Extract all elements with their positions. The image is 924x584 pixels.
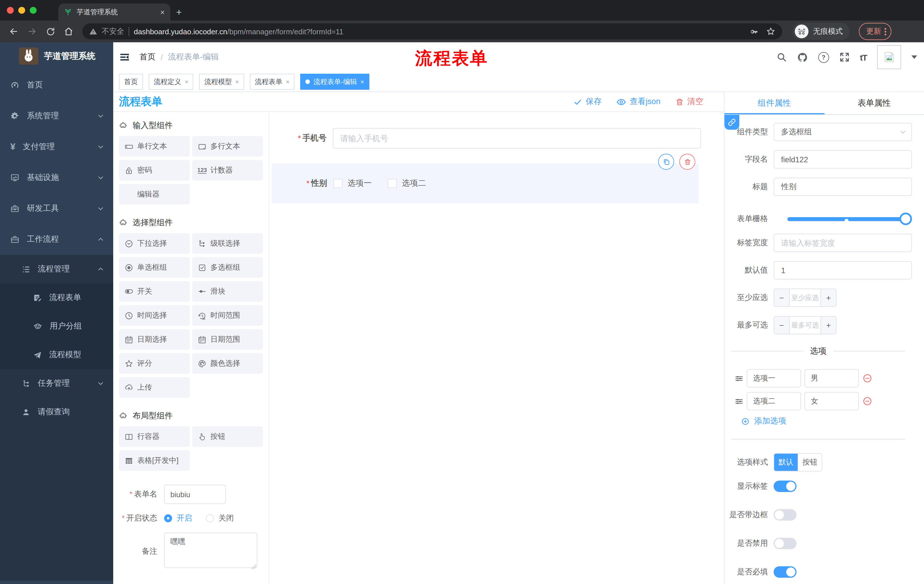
sidebar-item-system[interactable]: 系统管理 bbox=[0, 100, 113, 132]
sidebar-item-task-mgmt[interactable]: 任务管理 bbox=[0, 369, 113, 398]
drag-handle-icon[interactable] bbox=[735, 397, 743, 405]
slider-handle[interactable] bbox=[899, 212, 912, 225]
remove-option-icon[interactable] bbox=[862, 396, 873, 406]
stepper-increase-button[interactable]: + bbox=[820, 289, 836, 306]
link-icon[interactable] bbox=[724, 115, 739, 130]
checkbox-option-2[interactable]: 选项二 bbox=[388, 178, 426, 189]
title-input[interactable] bbox=[774, 178, 912, 196]
palette-item-editor[interactable]: 编辑器 bbox=[119, 184, 190, 204]
view-json-button[interactable]: 查看json bbox=[617, 97, 660, 107]
palette-item-password[interactable]: 密码 bbox=[119, 160, 190, 181]
palette-item-date-picker[interactable]: 日期选择 bbox=[119, 329, 190, 350]
sidebar-item-process-form[interactable]: 流程表单 bbox=[0, 283, 113, 312]
forward-icon[interactable] bbox=[24, 23, 40, 39]
tag-close-icon[interactable]: × bbox=[185, 78, 188, 85]
sidebar-item-leave-query[interactable]: 请假查询 bbox=[0, 398, 113, 426]
tab-close-icon[interactable]: × bbox=[160, 8, 165, 16]
browser-menu-icon[interactable] bbox=[884, 28, 886, 35]
palette-item-table[interactable]: 表格[开发中] bbox=[119, 450, 190, 471]
help-icon[interactable]: ? bbox=[818, 52, 829, 63]
search-icon[interactable] bbox=[777, 52, 787, 62]
max-select-placeholder[interactable]: 最多可选 bbox=[790, 317, 820, 334]
sidebar-item-workflow[interactable]: 工作流程 bbox=[0, 224, 113, 255]
show-label-toggle[interactable] bbox=[774, 480, 797, 492]
close-window-button[interactable] bbox=[7, 7, 14, 14]
palette-item-switch[interactable]: 开关 bbox=[119, 281, 190, 302]
radio-off[interactable]: 关闭 bbox=[206, 513, 234, 523]
tag-close-icon[interactable]: × bbox=[361, 78, 364, 85]
palette-item-rate[interactable]: 评分 bbox=[119, 353, 190, 374]
label-width-input[interactable] bbox=[774, 234, 912, 252]
sidebar-item-devtools[interactable]: 研发工具 bbox=[0, 193, 113, 224]
tag-close-icon[interactable]: × bbox=[235, 78, 239, 85]
palette-item-upload[interactable]: 上传 bbox=[119, 377, 190, 398]
clear-button[interactable]: 清空 bbox=[675, 97, 703, 107]
tag-process-model[interactable]: 流程模型× bbox=[199, 74, 244, 90]
delete-component-button[interactable] bbox=[679, 154, 695, 170]
stepper-decrease-button[interactable]: − bbox=[774, 289, 790, 306]
palette-item-time-range[interactable]: 时间范围 bbox=[192, 305, 263, 326]
remove-option-icon[interactable] bbox=[862, 373, 873, 383]
tag-home[interactable]: 首页 bbox=[119, 74, 143, 90]
palette-item-radio-group[interactable]: 单选框组 bbox=[119, 257, 190, 278]
tab-component-props[interactable]: 组件属性 bbox=[724, 92, 824, 114]
canvas-field-gender-selected[interactable]: *性别 选项一 选项二 bbox=[272, 163, 699, 204]
sidebar-item-process-mgmt[interactable]: 流程管理 bbox=[0, 255, 113, 283]
password-key-icon[interactable] bbox=[750, 27, 758, 36]
option-label-input[interactable] bbox=[747, 392, 801, 410]
disabled-toggle[interactable] bbox=[774, 538, 797, 549]
sidebar-item-infra[interactable]: 基础设施 bbox=[0, 162, 113, 193]
not-secure-warning-icon[interactable] bbox=[89, 28, 97, 35]
resize-grip-icon[interactable] bbox=[251, 564, 256, 569]
browser-tab[interactable]: 芋道管理系统 × bbox=[58, 3, 170, 21]
stepper-increase-button[interactable]: + bbox=[820, 317, 836, 334]
macos-window-controls[interactable] bbox=[0, 0, 45, 21]
reload-icon[interactable] bbox=[42, 23, 58, 39]
palette-item-color-picker[interactable]: 颜色选择 bbox=[192, 353, 263, 374]
field-name-input[interactable] bbox=[774, 150, 912, 169]
save-button[interactable]: 保存 bbox=[574, 97, 602, 107]
tag-process-form-edit[interactable]: 流程表单-编辑× bbox=[300, 74, 370, 90]
canvas-field-phone[interactable]: *手机号 bbox=[269, 128, 724, 148]
avatar[interactable] bbox=[877, 45, 901, 69]
minimize-window-button[interactable] bbox=[18, 7, 25, 14]
sidebar-item-user-groups[interactable]: 用户分组 bbox=[0, 312, 113, 341]
form-name-input[interactable] bbox=[164, 485, 226, 504]
drag-handle-icon[interactable] bbox=[735, 374, 743, 383]
palette-item-row-container[interactable]: 行容器 bbox=[119, 426, 190, 447]
tag-process-form[interactable]: 流程表单× bbox=[250, 74, 295, 90]
sidebar-item-process-model[interactable]: 流程模型 bbox=[0, 341, 113, 369]
radio-on[interactable]: 开启 bbox=[164, 513, 192, 523]
palette-item-checkbox-group[interactable]: 多选框组 bbox=[192, 257, 263, 278]
component-type-select[interactable]: 多选框组 bbox=[774, 123, 912, 141]
bookmark-star-icon[interactable] bbox=[766, 27, 776, 36]
option-value-input[interactable] bbox=[805, 392, 859, 410]
palette-item-slider[interactable]: 滑块 bbox=[192, 281, 263, 302]
sidebar-item-home[interactable]: 首页 bbox=[0, 70, 113, 100]
tag-process-definition[interactable]: 流程定义× bbox=[148, 74, 193, 90]
min-select-placeholder[interactable]: 至少应选 bbox=[790, 289, 820, 306]
palette-item-cascader[interactable]: 级联选择 bbox=[192, 233, 263, 254]
style-default-button[interactable]: 默认 bbox=[774, 454, 798, 471]
form-grid-slider[interactable] bbox=[787, 212, 912, 226]
form-remark-textarea[interactable]: 嘿嘿 bbox=[164, 533, 257, 568]
required-toggle[interactable] bbox=[774, 566, 797, 578]
sidebar-item-payment[interactable]: ¥ 支付管理 bbox=[0, 132, 113, 162]
checkbox-option-1[interactable]: 选项一 bbox=[333, 178, 372, 189]
font-size-icon[interactable]: tT bbox=[860, 52, 867, 62]
palette-item-time-picker[interactable]: 时间选择 bbox=[119, 305, 190, 326]
collapse-sidebar-icon[interactable] bbox=[119, 51, 130, 63]
option-value-input[interactable] bbox=[805, 369, 859, 387]
tag-close-icon[interactable]: × bbox=[286, 78, 290, 85]
back-icon[interactable] bbox=[6, 23, 22, 39]
palette-item-button[interactable]: 按钮 bbox=[192, 426, 263, 447]
update-button[interactable]: 更新 bbox=[859, 23, 891, 40]
default-value-input[interactable] bbox=[774, 261, 912, 280]
avatar-caret-icon[interactable] bbox=[911, 56, 917, 59]
style-button-button[interactable]: 按钮 bbox=[798, 454, 822, 471]
palette-item-single-line-text[interactable]: 单行文本 bbox=[119, 136, 190, 156]
fullscreen-icon[interactable] bbox=[839, 52, 850, 62]
tab-form-props[interactable]: 表单属性 bbox=[824, 92, 924, 114]
stepper-decrease-button[interactable]: − bbox=[774, 317, 790, 334]
palette-item-select[interactable]: 下拉选择 bbox=[119, 233, 190, 254]
